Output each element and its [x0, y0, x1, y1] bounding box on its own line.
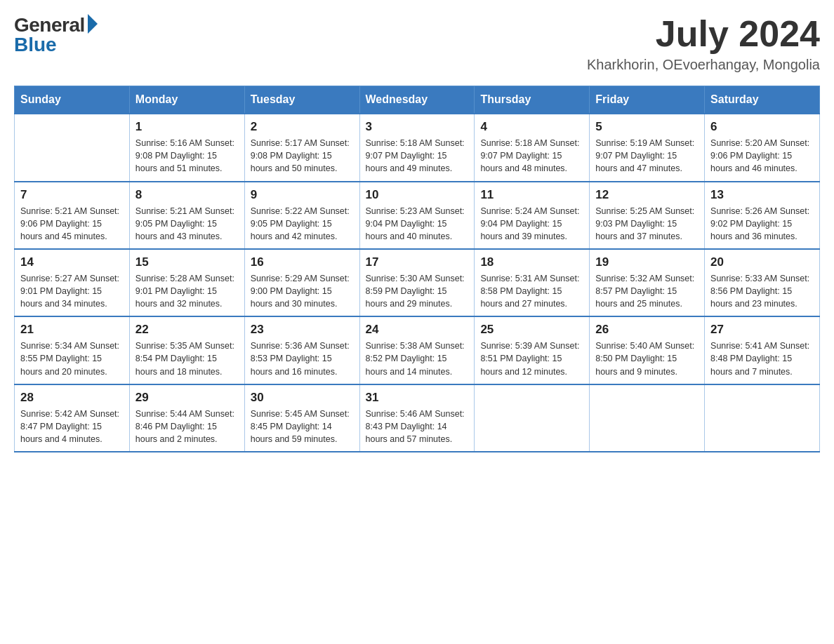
day-info: Sunrise: 5:33 AM Sunset: 8:56 PM Dayligh… — [710, 272, 814, 310]
logo: General Blue — [14, 14, 98, 56]
day-info: Sunrise: 5:16 AM Sunset: 9:08 PM Dayligh… — [135, 137, 239, 175]
calendar-cell: 16Sunrise: 5:29 AM Sunset: 9:00 PM Dayli… — [244, 249, 359, 316]
calendar-cell: 27Sunrise: 5:41 AM Sunset: 8:48 PM Dayli… — [705, 316, 820, 384]
calendar-cell: 13Sunrise: 5:26 AM Sunset: 9:02 PM Dayli… — [705, 182, 820, 249]
calendar-cell — [475, 384, 590, 452]
logo-blue-text: Blue — [14, 34, 57, 56]
calendar-cell: 17Sunrise: 5:30 AM Sunset: 8:59 PM Dayli… — [359, 249, 475, 316]
calendar-cell — [15, 114, 130, 181]
calendar-cell: 24Sunrise: 5:38 AM Sunset: 8:52 PM Dayli… — [359, 316, 475, 384]
calendar-cell: 9Sunrise: 5:22 AM Sunset: 9:05 PM Daylig… — [244, 182, 359, 249]
calendar-cell: 1Sunrise: 5:16 AM Sunset: 9:08 PM Daylig… — [129, 114, 244, 181]
day-info: Sunrise: 5:35 AM Sunset: 8:54 PM Dayligh… — [135, 340, 239, 377]
calendar-cell: 19Sunrise: 5:32 AM Sunset: 8:57 PM Dayli… — [590, 249, 705, 316]
day-of-week-header: Saturday — [705, 86, 820, 114]
day-info: Sunrise: 5:31 AM Sunset: 8:58 PM Dayligh… — [480, 272, 583, 310]
day-number: 7 — [20, 188, 124, 202]
day-of-week-header: Wednesday — [359, 86, 475, 114]
day-info: Sunrise: 5:18 AM Sunset: 9:07 PM Dayligh… — [366, 137, 469, 175]
calendar-cell: 11Sunrise: 5:24 AM Sunset: 9:04 PM Dayli… — [475, 182, 590, 249]
day-info: Sunrise: 5:30 AM Sunset: 8:59 PM Dayligh… — [366, 272, 469, 310]
day-number: 25 — [480, 323, 583, 337]
day-of-week-header: Thursday — [475, 86, 590, 114]
day-number: 20 — [710, 255, 814, 269]
month-year-title: July 2024 — [587, 14, 820, 54]
day-number: 12 — [595, 188, 699, 202]
day-number: 1 — [135, 120, 239, 134]
day-number: 23 — [251, 323, 354, 337]
calendar-cell: 14Sunrise: 5:27 AM Sunset: 9:01 PM Dayli… — [15, 249, 130, 316]
day-number: 4 — [480, 120, 583, 134]
day-number: 29 — [135, 391, 239, 405]
day-number: 13 — [710, 188, 814, 202]
calendar-cell: 18Sunrise: 5:31 AM Sunset: 8:58 PM Dayli… — [475, 249, 590, 316]
day-of-week-header: Sunday — [15, 86, 130, 114]
day-info: Sunrise: 5:24 AM Sunset: 9:04 PM Dayligh… — [480, 205, 583, 243]
day-info: Sunrise: 5:40 AM Sunset: 8:50 PM Dayligh… — [595, 340, 699, 377]
day-number: 16 — [251, 255, 354, 269]
day-info: Sunrise: 5:19 AM Sunset: 9:07 PM Dayligh… — [595, 137, 699, 175]
logo-arrow-icon — [88, 14, 98, 34]
day-number: 11 — [480, 188, 583, 202]
day-number: 21 — [20, 323, 124, 337]
day-number: 18 — [480, 255, 583, 269]
calendar-week-row: 21Sunrise: 5:34 AM Sunset: 8:55 PM Dayli… — [15, 316, 820, 384]
location-subtitle: Kharkhorin, OEvoerhangay, Mongolia — [587, 57, 820, 73]
day-info: Sunrise: 5:45 AM Sunset: 8:45 PM Dayligh… — [251, 408, 354, 445]
day-info: Sunrise: 5:27 AM Sunset: 9:01 PM Dayligh… — [20, 272, 124, 310]
calendar-cell: 29Sunrise: 5:44 AM Sunset: 8:46 PM Dayli… — [129, 384, 244, 452]
day-number: 2 — [251, 120, 354, 134]
day-number: 27 — [710, 323, 814, 337]
calendar-week-row: 28Sunrise: 5:42 AM Sunset: 8:47 PM Dayli… — [15, 384, 820, 452]
day-number: 14 — [20, 255, 124, 269]
calendar-cell: 28Sunrise: 5:42 AM Sunset: 8:47 PM Dayli… — [15, 384, 130, 452]
day-number: 26 — [595, 323, 699, 337]
day-info: Sunrise: 5:41 AM Sunset: 8:48 PM Dayligh… — [710, 340, 814, 377]
day-of-week-header: Friday — [590, 86, 705, 114]
calendar-cell: 25Sunrise: 5:39 AM Sunset: 8:51 PM Dayli… — [475, 316, 590, 384]
day-number: 15 — [135, 255, 239, 269]
day-info: Sunrise: 5:25 AM Sunset: 9:03 PM Dayligh… — [595, 205, 699, 243]
day-number: 6 — [710, 120, 814, 134]
calendar-cell: 6Sunrise: 5:20 AM Sunset: 9:06 PM Daylig… — [705, 114, 820, 181]
day-info: Sunrise: 5:42 AM Sunset: 8:47 PM Dayligh… — [20, 408, 124, 445]
day-info: Sunrise: 5:28 AM Sunset: 9:01 PM Dayligh… — [135, 272, 239, 310]
day-info: Sunrise: 5:22 AM Sunset: 9:05 PM Dayligh… — [251, 205, 354, 243]
day-number: 22 — [135, 323, 239, 337]
day-info: Sunrise: 5:46 AM Sunset: 8:43 PM Dayligh… — [366, 408, 469, 445]
calendar-table: SundayMondayTuesdayWednesdayThursdayFrid… — [14, 86, 820, 452]
calendar-week-row: 7Sunrise: 5:21 AM Sunset: 9:06 PM Daylig… — [15, 182, 820, 249]
calendar-cell: 22Sunrise: 5:35 AM Sunset: 8:54 PM Dayli… — [129, 316, 244, 384]
day-info: Sunrise: 5:21 AM Sunset: 9:06 PM Dayligh… — [20, 205, 124, 243]
calendar-cell: 23Sunrise: 5:36 AM Sunset: 8:53 PM Dayli… — [244, 316, 359, 384]
calendar-cell: 30Sunrise: 5:45 AM Sunset: 8:45 PM Dayli… — [244, 384, 359, 452]
day-number: 3 — [366, 120, 469, 134]
calendar-cell: 10Sunrise: 5:23 AM Sunset: 9:04 PM Dayli… — [359, 182, 475, 249]
day-info: Sunrise: 5:18 AM Sunset: 9:07 PM Dayligh… — [480, 137, 583, 175]
calendar-cell: 15Sunrise: 5:28 AM Sunset: 9:01 PM Dayli… — [129, 249, 244, 316]
day-info: Sunrise: 5:39 AM Sunset: 8:51 PM Dayligh… — [480, 340, 583, 377]
day-info: Sunrise: 5:38 AM Sunset: 8:52 PM Dayligh… — [366, 340, 469, 377]
calendar-cell: 12Sunrise: 5:25 AM Sunset: 9:03 PM Dayli… — [590, 182, 705, 249]
day-number: 10 — [366, 188, 469, 202]
calendar-cell — [705, 384, 820, 452]
calendar-cell: 2Sunrise: 5:17 AM Sunset: 9:08 PM Daylig… — [244, 114, 359, 181]
calendar-cell: 20Sunrise: 5:33 AM Sunset: 8:56 PM Dayli… — [705, 249, 820, 316]
calendar-cell: 26Sunrise: 5:40 AM Sunset: 8:50 PM Dayli… — [590, 316, 705, 384]
day-number: 24 — [366, 323, 469, 337]
calendar-cell: 31Sunrise: 5:46 AM Sunset: 8:43 PM Dayli… — [359, 384, 475, 452]
day-info: Sunrise: 5:29 AM Sunset: 9:00 PM Dayligh… — [251, 272, 354, 310]
calendar-cell: 7Sunrise: 5:21 AM Sunset: 9:06 PM Daylig… — [15, 182, 130, 249]
day-number: 5 — [595, 120, 699, 134]
calendar-cell: 8Sunrise: 5:21 AM Sunset: 9:05 PM Daylig… — [129, 182, 244, 249]
day-of-week-header: Monday — [129, 86, 244, 114]
calendar-cell — [590, 384, 705, 452]
calendar-header-row: SundayMondayTuesdayWednesdayThursdayFrid… — [15, 86, 820, 114]
day-number: 17 — [366, 255, 469, 269]
day-info: Sunrise: 5:36 AM Sunset: 8:53 PM Dayligh… — [251, 340, 354, 377]
calendar-cell: 5Sunrise: 5:19 AM Sunset: 9:07 PM Daylig… — [590, 114, 705, 181]
day-number: 8 — [135, 188, 239, 202]
calendar-cell: 21Sunrise: 5:34 AM Sunset: 8:55 PM Dayli… — [15, 316, 130, 384]
day-number: 28 — [20, 391, 124, 405]
day-info: Sunrise: 5:32 AM Sunset: 8:57 PM Dayligh… — [595, 272, 699, 310]
